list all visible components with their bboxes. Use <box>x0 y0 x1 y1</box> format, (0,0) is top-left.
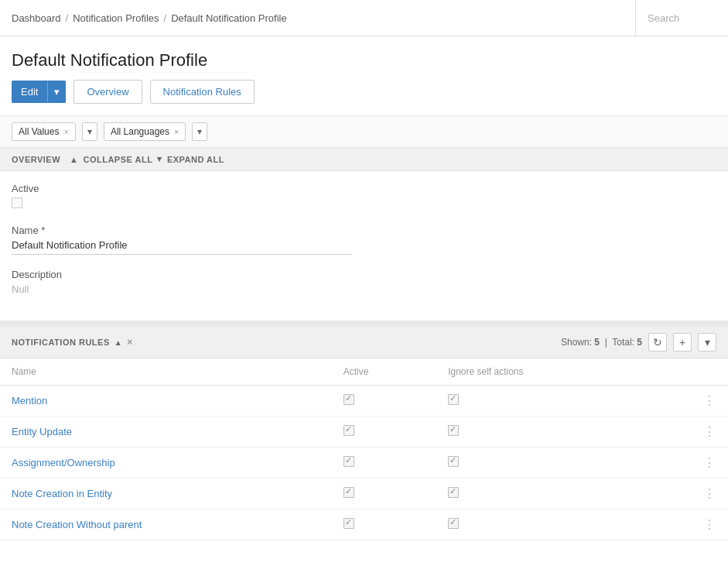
row-ignore-self-checkbox[interactable] <box>448 394 459 405</box>
row-name-link[interactable]: Assignment/Ownership <box>12 457 115 468</box>
edit-button[interactable]: Edit <box>12 81 47 103</box>
col-active: Active <box>332 358 436 386</box>
row-active-cell <box>332 417 436 448</box>
table-header: Name Active Ignore self actions <box>0 358 728 386</box>
row-active-checkbox[interactable] <box>343 456 354 467</box>
row-name-cell: Mention <box>0 386 332 417</box>
breadcrumb-sep-1: / <box>66 12 69 24</box>
notif-collapse-icon[interactable]: ▲ <box>114 338 122 347</box>
row-ignore-self-checkbox[interactable] <box>448 518 459 529</box>
more-options-button[interactable]: ▾ <box>698 333 716 352</box>
col-actions <box>649 358 728 386</box>
filter-all-languages-remove[interactable]: × <box>174 127 179 136</box>
filter-all-languages[interactable]: All Languages × <box>104 122 186 141</box>
overview-body: Active Name * Default Notification Profi… <box>0 171 728 321</box>
breadcrumb-dashboard[interactable]: Dashboard <box>12 12 61 24</box>
search-label: Search <box>648 12 679 24</box>
row-name-link[interactable]: Entity Update <box>12 426 72 437</box>
filter-all-languages-dropdown[interactable]: ▾ <box>192 122 207 141</box>
row-name-link[interactable]: Note Creation Without parent <box>12 519 142 530</box>
breadcrumb: Dashboard / Notification Profiles / Defa… <box>0 12 299 24</box>
breadcrumb-sep-2: / <box>164 12 167 24</box>
expand-all-btn[interactable]: Expand All <box>167 155 224 164</box>
add-button[interactable]: + <box>673 333 692 352</box>
collapse-icon: ▲ <box>70 155 78 164</box>
notif-header-left: NOTIFICATION RULES ▲ × <box>12 337 133 348</box>
filter-all-values-dropdown[interactable]: ▾ <box>82 122 97 141</box>
row-name-cell: Note Creation Without parent <box>0 509 332 540</box>
notif-close-icon[interactable]: × <box>127 337 133 348</box>
active-checkbox[interactable] <box>12 197 22 208</box>
refresh-button[interactable]: ↻ <box>648 333 667 352</box>
name-value: Default Notification Profile <box>12 239 352 255</box>
row-active-cell <box>332 479 436 509</box>
row-ignore-self-checkbox[interactable] <box>448 425 459 436</box>
filter-all-values-label: All Values <box>19 126 59 137</box>
notif-rules-header-label: NOTIFICATION RULES <box>12 338 110 347</box>
description-value: Null <box>12 283 716 295</box>
row-active-checkbox[interactable] <box>343 487 354 498</box>
row-name-link[interactable]: Note Creation in Entity <box>12 488 112 499</box>
row-active-checkbox[interactable] <box>343 518 354 529</box>
field-active: Active <box>12 183 716 211</box>
col-ignore-self-actions: Ignore self actions <box>436 358 649 386</box>
header: Dashboard / Notification Profiles / Defa… <box>0 0 728 36</box>
row-name-cell: Note Creation in Entity <box>0 479 332 509</box>
filters-bar: All Values × ▾ All Languages × ▾ <box>0 115 728 148</box>
page-title: Default Notification Profile <box>0 36 728 80</box>
field-description: Description Null <box>12 269 716 295</box>
notification-rules-table: Name Active Ignore self actions Mention⋮… <box>0 358 728 540</box>
shown-label: Shown: 5 | Total: 5 <box>561 337 642 348</box>
overview-section-actions: ▲ Collapse All ▾ Expand All <box>70 154 224 164</box>
row-active-checkbox[interactable] <box>343 425 354 436</box>
row-actions-menu[interactable]: ⋮ <box>649 509 728 540</box>
name-label: Name * <box>12 225 716 236</box>
row-actions-menu[interactable]: ⋮ <box>649 479 728 509</box>
collapse-all-btn[interactable]: Collapse All <box>83 155 152 164</box>
row-actions-menu[interactable]: ⋮ <box>649 448 728 479</box>
overview-section-header: OVERVIEW ▲ Collapse All ▾ Expand All <box>0 148 728 171</box>
row-active-cell <box>332 448 436 479</box>
notif-header-right: Shown: 5 | Total: 5 ↻ + ▾ <box>561 333 716 352</box>
tab-notification-rules[interactable]: Notification Rules <box>150 80 255 104</box>
table-row: Note Creation Without parent⋮ <box>0 509 728 540</box>
breadcrumb-notification-profiles[interactable]: Notification Profiles <box>73 12 159 24</box>
row-name-cell: Entity Update <box>0 417 332 448</box>
table-row: Note Creation in Entity⋮ <box>0 479 728 509</box>
row-active-cell <box>332 509 436 540</box>
edit-dropdown-button[interactable]: ▾ <box>47 81 66 103</box>
row-ignore-self-cell <box>436 386 649 417</box>
row-actions-menu[interactable]: ⋮ <box>649 417 728 448</box>
row-actions-menu[interactable]: ⋮ <box>649 386 728 417</box>
row-ignore-self-checkbox[interactable] <box>448 487 459 498</box>
filter-all-languages-label: All Languages <box>111 126 169 137</box>
edit-button-group: Edit ▾ <box>12 81 66 103</box>
row-ignore-self-checkbox[interactable] <box>448 456 459 467</box>
notification-rules-section-header: NOTIFICATION RULES ▲ × Shown: 5 | Total:… <box>0 321 728 358</box>
table-row: Assignment/Ownership⋮ <box>0 448 728 479</box>
table-row: Mention⋮ <box>0 386 728 417</box>
filter-all-values[interactable]: All Values × <box>12 122 76 141</box>
row-ignore-self-cell <box>436 448 649 479</box>
filter-all-values-remove[interactable]: × <box>63 127 68 136</box>
active-label: Active <box>12 183 716 194</box>
row-ignore-self-cell <box>436 479 649 509</box>
tab-overview[interactable]: Overview <box>73 80 142 104</box>
search-area[interactable]: Search <box>635 0 728 36</box>
toolbar: Edit ▾ Overview Notification Rules <box>0 80 728 115</box>
row-active-checkbox[interactable] <box>343 394 354 405</box>
field-name: Name * Default Notification Profile <box>12 225 716 255</box>
row-ignore-self-cell <box>436 417 649 448</box>
description-label: Description <box>12 269 716 280</box>
row-name-link[interactable]: Mention <box>12 395 47 406</box>
row-name-cell: Assignment/Ownership <box>0 448 332 479</box>
breadcrumb-default-profile[interactable]: Default Notification Profile <box>171 12 287 24</box>
expand-icon: ▾ <box>157 154 162 164</box>
row-ignore-self-cell <box>436 509 649 540</box>
row-active-cell <box>332 386 436 417</box>
col-name: Name <box>0 358 332 386</box>
table-row: Entity Update⋮ <box>0 417 728 448</box>
chevron-down-icon: ▾ <box>54 86 60 98</box>
overview-header-label: OVERVIEW <box>12 155 60 164</box>
